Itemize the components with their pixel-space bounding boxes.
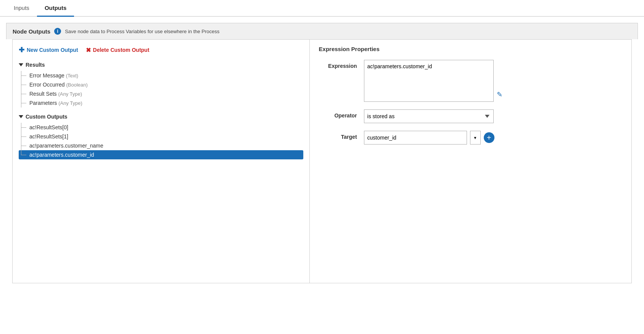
target-wrapper: ▼ + bbox=[364, 131, 494, 145]
results-items: Error Message (Text) Error Occurred (Boo… bbox=[19, 71, 303, 108]
target-input[interactable] bbox=[364, 131, 467, 145]
delete-custom-label: Delete Custom Output bbox=[93, 47, 150, 53]
item-name: Parameters bbox=[29, 100, 57, 106]
operator-select[interactable]: is stored as bbox=[364, 109, 494, 123]
item-name: Result Sets bbox=[29, 91, 57, 97]
node-outputs-section: Node Outputs i Save node data to Process… bbox=[6, 23, 638, 283]
list-item[interactable]: Result Sets (Any Type) bbox=[19, 89, 303, 98]
custom-outputs-items: ac!ResultSets[0] ac!ResultSets[1] ac!par… bbox=[19, 123, 303, 159]
delete-custom-output-button[interactable]: ✖ Delete Custom Output bbox=[86, 47, 150, 54]
expression-input[interactable] bbox=[364, 60, 494, 102]
node-outputs-title: Node Outputs bbox=[13, 28, 50, 35]
custom-outputs-group-label[interactable]: Custom Outputs bbox=[19, 114, 303, 120]
list-item-selected[interactable]: ac!parameters.customer_id bbox=[19, 150, 303, 159]
left-panel: ✚ New Custom Output ✖ Delete Custom Outp… bbox=[13, 40, 310, 283]
target-label: Target bbox=[319, 131, 357, 140]
custom-outputs-group: Custom Outputs ac!ResultSets[0] ac!Resul… bbox=[19, 114, 303, 159]
chevron-down-icon: ▼ bbox=[473, 136, 477, 140]
node-outputs-header: Node Outputs i Save node data to Process… bbox=[6, 23, 638, 39]
results-label: Results bbox=[26, 62, 45, 68]
edit-expression-icon[interactable]: ✎ bbox=[497, 90, 502, 99]
custom-item-name: ac!parameters.customer_name bbox=[29, 143, 103, 149]
operator-label: Operator bbox=[319, 109, 357, 119]
custom-outputs-collapse-icon bbox=[19, 115, 23, 118]
list-item[interactable]: ac!ResultSets[1] bbox=[19, 132, 303, 141]
node-outputs-desc: Save node data to Process Variables for … bbox=[65, 29, 219, 34]
item-type: (Any Type) bbox=[58, 100, 82, 106]
add-target-button[interactable]: + bbox=[484, 132, 494, 143]
tabs-bar: Inputs Outputs bbox=[0, 0, 644, 17]
custom-item-name: ac!parameters.customer_id bbox=[29, 152, 94, 158]
main-content: ✚ New Custom Output ✖ Delete Custom Outp… bbox=[12, 39, 632, 283]
expression-label: Expression bbox=[319, 60, 357, 69]
tab-outputs[interactable]: Outputs bbox=[37, 0, 74, 17]
custom-outputs-label: Custom Outputs bbox=[26, 114, 68, 120]
operator-row: Operator is stored as bbox=[319, 109, 622, 123]
item-name: Error Occurred bbox=[29, 82, 65, 88]
custom-item-name: ac!ResultSets[1] bbox=[29, 133, 68, 140]
list-item[interactable]: Error Occurred (Boolean) bbox=[19, 80, 303, 89]
delete-icon: ✖ bbox=[86, 47, 91, 54]
info-icon: i bbox=[54, 28, 61, 35]
tab-inputs[interactable]: Inputs bbox=[6, 0, 37, 17]
toolbar: ✚ New Custom Output ✖ Delete Custom Outp… bbox=[19, 46, 303, 54]
new-custom-output-button[interactable]: ✚ New Custom Output bbox=[19, 46, 78, 54]
item-type: (Boolean) bbox=[66, 82, 87, 88]
results-group-label[interactable]: Results bbox=[19, 62, 303, 68]
list-item[interactable]: Error Message (Text) bbox=[19, 71, 303, 80]
item-type: (Text) bbox=[66, 73, 79, 79]
right-panel: Expression Properties Expression ✎ Opera… bbox=[310, 40, 631, 283]
plus-circle-icon: + bbox=[487, 134, 491, 141]
plus-icon: ✚ bbox=[19, 46, 24, 54]
list-item[interactable]: ac!ResultSets[0] bbox=[19, 123, 303, 132]
item-name: Error Message bbox=[29, 72, 64, 79]
results-group: Results Error Message (Text) Error Occur… bbox=[19, 62, 303, 108]
results-collapse-icon bbox=[19, 63, 23, 66]
expression-wrapper: ✎ bbox=[364, 60, 502, 102]
target-row: Target ▼ + bbox=[319, 131, 622, 145]
expression-row: Expression ✎ bbox=[319, 60, 622, 102]
list-item[interactable]: ac!parameters.customer_name bbox=[19, 141, 303, 150]
list-item[interactable]: Parameters (Any Type) bbox=[19, 98, 303, 108]
target-dropdown-button[interactable]: ▼ bbox=[470, 131, 481, 145]
custom-item-name: ac!ResultSets[0] bbox=[29, 124, 68, 130]
new-custom-label: New Custom Output bbox=[27, 47, 78, 53]
expression-properties-title: Expression Properties bbox=[319, 46, 622, 52]
item-type: (Any Type) bbox=[58, 91, 82, 97]
